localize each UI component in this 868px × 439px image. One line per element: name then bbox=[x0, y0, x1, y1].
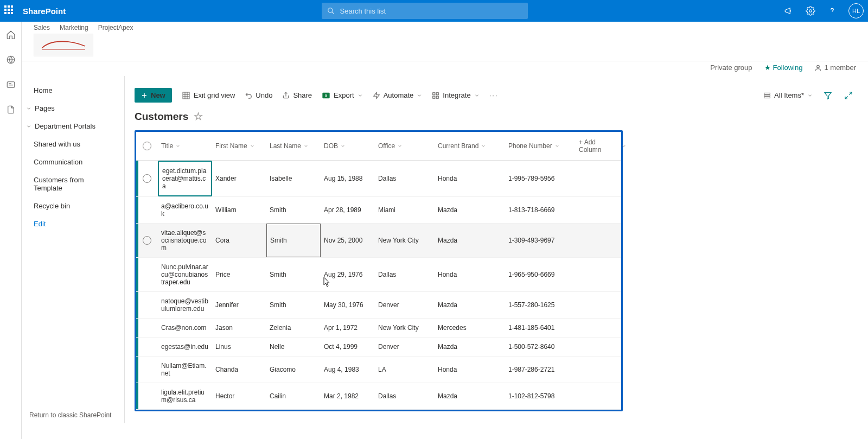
cell-first[interactable]: Jason bbox=[212, 319, 266, 337]
cell-title[interactable]: natoque@vestibulumlorem.edu bbox=[158, 292, 212, 318]
nav-pages[interactable]: Pages bbox=[22, 99, 124, 117]
news-rail-icon[interactable] bbox=[5, 79, 16, 90]
cell-brand[interactable]: Mazda bbox=[435, 224, 505, 257]
nav-customers-template[interactable]: Customers from Template bbox=[22, 171, 124, 197]
cell-title[interactable]: Nullam@Etiam.net bbox=[158, 357, 212, 383]
integrate-button[interactable]: Integrate bbox=[432, 91, 479, 99]
table-row[interactable]: Nullam@Etiam.netChandaGiacomoAug 4, 1983… bbox=[136, 357, 621, 383]
favorite-star-icon[interactable]: ☆ bbox=[194, 110, 203, 123]
nav-recycle[interactable]: Recycle bin bbox=[22, 197, 124, 215]
search-box[interactable] bbox=[322, 3, 528, 19]
help-icon[interactable] bbox=[827, 5, 838, 16]
cell-brand[interactable]: Mercedes bbox=[435, 319, 505, 337]
cell-office[interactable]: Dallas bbox=[375, 161, 435, 196]
cell-phone[interactable]: 1-557-280-1625 bbox=[505, 292, 576, 318]
cell-last[interactable]: Cailin bbox=[266, 383, 321, 409]
cell-empty[interactable] bbox=[576, 258, 630, 291]
share-button[interactable]: Share bbox=[282, 91, 312, 99]
settings-icon[interactable] bbox=[805, 5, 816, 16]
col-first-name[interactable]: First Name bbox=[212, 132, 266, 160]
cell-office[interactable]: New York City bbox=[375, 224, 435, 257]
cell-title[interactable]: Cras@non.com bbox=[158, 319, 212, 337]
cell-title[interactable]: Nunc.pulvinar.arcu@conubianostraper.edu bbox=[158, 258, 212, 291]
cell-empty[interactable] bbox=[576, 161, 630, 196]
cell-brand[interactable]: Mazda bbox=[435, 292, 505, 318]
cell-dob[interactable]: Aug 15, 1988 bbox=[321, 161, 375, 196]
cell-empty[interactable] bbox=[576, 357, 630, 383]
new-button[interactable]: New bbox=[135, 88, 172, 103]
cell-phone[interactable]: 1-481-185-6401 bbox=[505, 319, 576, 337]
table-row[interactable]: eget.dictum.placerat@mattis.caXanderIsab… bbox=[136, 161, 621, 197]
cell-dob[interactable]: Aug 4, 1983 bbox=[321, 357, 375, 383]
cell-office[interactable]: Dallas bbox=[375, 258, 435, 291]
select-all[interactable] bbox=[136, 132, 158, 160]
cell-phone[interactable]: 1-500-572-8640 bbox=[505, 338, 576, 356]
row-select[interactable] bbox=[136, 319, 158, 337]
row-select[interactable] bbox=[136, 258, 158, 291]
table-row[interactable]: a@aclibero.co.ukWilliamSmithApr 28, 1989… bbox=[136, 197, 621, 224]
expand-icon[interactable] bbox=[843, 90, 854, 101]
cell-phone[interactable]: 1-987-286-2721 bbox=[505, 357, 576, 383]
cell-last[interactable]: Zelenia bbox=[266, 319, 321, 337]
site-logo[interactable] bbox=[34, 34, 93, 56]
cell-first[interactable]: William bbox=[212, 197, 266, 223]
cell-empty[interactable] bbox=[576, 292, 630, 318]
cell-phone[interactable]: 1-965-950-6669 bbox=[505, 258, 576, 291]
cell-office[interactable]: New York City bbox=[375, 319, 435, 337]
globe-rail-icon[interactable] bbox=[5, 54, 16, 65]
cell-dob[interactable]: Oct 4, 1999 bbox=[321, 338, 375, 356]
cell-phone[interactable]: 1-102-812-5798 bbox=[505, 383, 576, 409]
row-select[interactable] bbox=[136, 338, 158, 356]
cell-first[interactable]: Hector bbox=[212, 383, 266, 409]
tab-marketing[interactable]: Marketing bbox=[60, 24, 88, 31]
cell-last[interactable]: Smith bbox=[266, 224, 321, 257]
home-rail-icon[interactable] bbox=[5, 29, 16, 40]
col-title[interactable]: Title bbox=[158, 132, 212, 160]
cell-first[interactable]: Jennifer bbox=[212, 292, 266, 318]
cell-brand[interactable]: Honda bbox=[435, 161, 505, 196]
members-button[interactable]: 1 member bbox=[814, 63, 856, 72]
table-row[interactable]: ligula.elit.pretium@risus.caHectorCailin… bbox=[136, 383, 621, 410]
cell-dob[interactable]: Apr 1, 1972 bbox=[321, 319, 375, 337]
row-select[interactable] bbox=[136, 161, 158, 196]
table-row[interactable]: Nunc.pulvinar.arcu@conubianostraper.eduP… bbox=[136, 258, 621, 292]
cell-dob[interactable]: Nov 25, 2000 bbox=[321, 224, 375, 257]
undo-button[interactable]: Undo bbox=[245, 91, 272, 99]
row-select[interactable] bbox=[136, 197, 158, 223]
row-select[interactable] bbox=[136, 383, 158, 409]
tab-sales[interactable]: Sales bbox=[34, 24, 50, 31]
file-rail-icon[interactable] bbox=[5, 104, 16, 115]
cell-last[interactable]: Isabelle bbox=[266, 161, 321, 196]
cell-phone[interactable]: 1-309-493-9697 bbox=[505, 224, 576, 257]
cell-dob[interactable]: Apr 28, 1989 bbox=[321, 197, 375, 223]
cell-empty[interactable] bbox=[576, 224, 630, 257]
cell-last[interactable]: Giacomo bbox=[266, 357, 321, 383]
cell-first[interactable]: Chanda bbox=[212, 357, 266, 383]
cell-last[interactable]: Smith bbox=[266, 197, 321, 223]
app-launcher-icon[interactable] bbox=[4, 5, 15, 16]
cell-title[interactable]: eget.dictum.placerat@mattis.ca bbox=[158, 161, 212, 196]
export-button[interactable]: X Export bbox=[322, 91, 363, 100]
cell-last[interactable]: Smith bbox=[266, 258, 321, 291]
cell-title[interactable]: ligula.elit.pretium@risus.ca bbox=[158, 383, 212, 409]
cell-first[interactable]: Xander bbox=[212, 161, 266, 196]
row-select[interactable] bbox=[136, 357, 158, 383]
col-add[interactable]: + Add Column bbox=[576, 132, 630, 160]
following-button[interactable]: ★ Following bbox=[764, 63, 803, 72]
megaphone-icon[interactable] bbox=[783, 5, 794, 16]
cell-brand[interactable]: Mazda bbox=[435, 383, 505, 409]
cell-office[interactable]: Denver bbox=[375, 338, 435, 356]
nav-edit[interactable]: Edit bbox=[22, 215, 124, 233]
cell-dob[interactable]: Aug 29, 1976 bbox=[321, 258, 375, 291]
cell-empty[interactable] bbox=[576, 338, 630, 356]
nav-department-portals[interactable]: Department Portals bbox=[22, 117, 124, 135]
cell-brand[interactable]: Honda bbox=[435, 357, 505, 383]
cell-title[interactable]: egestas@in.edu bbox=[158, 338, 212, 356]
cell-last[interactable]: Nelle bbox=[266, 338, 321, 356]
cell-office[interactable]: LA bbox=[375, 357, 435, 383]
cell-brand[interactable]: Mazda bbox=[435, 338, 505, 356]
cell-title[interactable]: a@aclibero.co.uk bbox=[158, 197, 212, 223]
col-phone[interactable]: Phone Number bbox=[505, 132, 576, 160]
table-row[interactable]: vitae.aliquet@sociisnatoque.comCoraSmith… bbox=[136, 224, 621, 258]
return-classic-link[interactable]: Return to classic SharePoint bbox=[29, 411, 111, 419]
